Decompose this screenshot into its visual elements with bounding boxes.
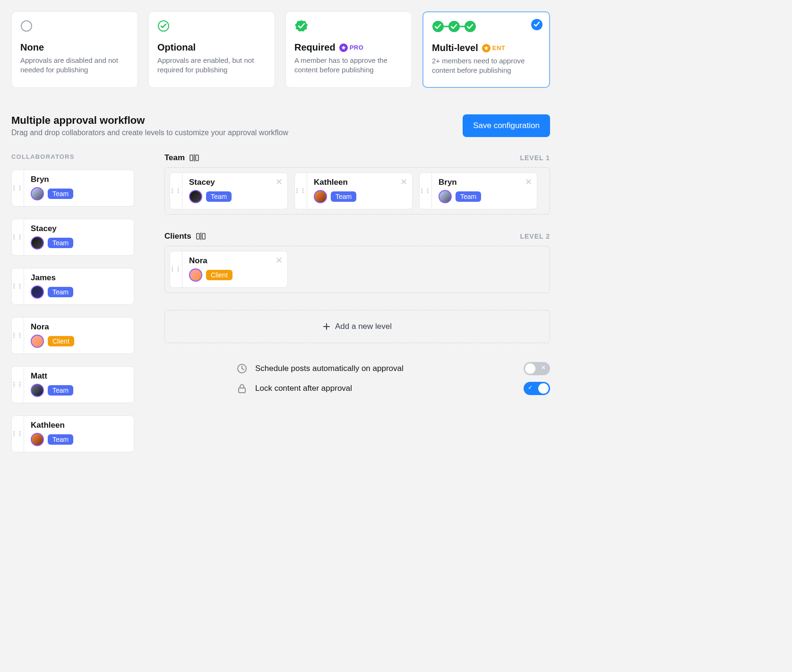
level-name: Clients	[164, 232, 191, 241]
selected-check-icon	[531, 19, 542, 30]
person-name: Kathleen	[31, 421, 127, 430]
rename-icon[interactable]	[189, 154, 199, 162]
svg-rect-11	[202, 233, 205, 239]
workflow-builder: COLLABORATORS • •• •• •BrynTeam• •• •• •…	[11, 153, 550, 452]
remove-icon[interactable]: ✕	[275, 255, 283, 266]
star-icon	[482, 44, 491, 52]
drag-handle-icon[interactable]: • •• •• •	[295, 173, 307, 209]
add-level-label: Add a new level	[335, 322, 392, 331]
save-button[interactable]: Save configuration	[463, 114, 550, 137]
person-card[interactable]: • •• •• •StaceyTeam	[11, 219, 134, 256]
drag-handle-icon[interactable]: • •• •• •	[12, 268, 24, 304]
role-badge: Client	[48, 336, 74, 346]
option-desc: A member has to approve the content befo…	[294, 56, 403, 75]
lock-icon	[235, 382, 249, 395]
drag-handle-icon[interactable]: • •• •• •	[12, 416, 24, 452]
person-card[interactable]: • •• •• •NoraClient	[11, 317, 134, 354]
role-badge: Team	[48, 189, 73, 199]
level-name: Team	[164, 153, 185, 163]
check-circle-outline-icon	[157, 19, 266, 33]
section-header: Multiple approval workflow Drag and drop…	[11, 114, 550, 137]
drag-handle-icon[interactable]: • •• •• •	[420, 173, 432, 209]
svg-rect-6	[190, 155, 193, 161]
collaborators-list: • •• •• •BrynTeam• •• •• •StaceyTeam• ••…	[11, 170, 134, 452]
role-badge: Team	[206, 191, 232, 202]
collaborators-heading: COLLABORATORS	[11, 153, 134, 160]
svg-point-0	[21, 21, 32, 31]
option-desc: 2+ members need to approve content befor…	[432, 56, 541, 76]
drag-handle-icon[interactable]: • •• •• •	[170, 173, 182, 209]
remove-icon[interactable]: ✕	[275, 177, 283, 187]
toggle-auto-schedule[interactable]	[524, 362, 550, 375]
option-card-required[interactable]: Required PRO A member has to approve the…	[285, 11, 412, 88]
role-badge: Team	[48, 238, 73, 248]
role-badge: Team	[331, 191, 356, 202]
person-name: Stacey	[31, 224, 127, 233]
svg-rect-9	[197, 233, 199, 239]
person-card[interactable]: • •• •• •✕StaceyTeam	[170, 172, 288, 209]
tier-label: PRO	[350, 44, 364, 51]
person-card[interactable]: • •• •• •✕BrynTeam	[419, 172, 537, 209]
person-name: Nora	[189, 256, 281, 266]
pro-badge: PRO	[339, 43, 364, 52]
avatar	[31, 187, 44, 200]
person-card[interactable]: • •• •• •JamesTeam	[11, 268, 134, 305]
avatar	[439, 190, 452, 203]
option-title: Optional	[157, 42, 196, 53]
role-badge: Team	[48, 287, 73, 297]
empty-circle-icon	[20, 19, 129, 33]
section-title: Multiple approval workflow	[11, 114, 288, 127]
setting-label: Schedule posts automatically on approval	[255, 364, 517, 373]
toggle-lock-content[interactable]	[524, 382, 550, 395]
person-card[interactable]: • •• •• •BrynTeam	[11, 170, 134, 207]
option-card-optional[interactable]: Optional Approvals are enabled, but not …	[148, 11, 275, 88]
avatar	[189, 190, 202, 203]
avatar	[31, 285, 44, 299]
person-name: Bryn	[439, 178, 530, 187]
drag-handle-icon[interactable]: • •• •• •	[12, 367, 24, 403]
triple-check-icon	[432, 20, 541, 33]
approval-level: ClientsLEVEL 2• •• •• •✕NoraClient	[164, 232, 550, 293]
level-index: LEVEL 2	[520, 233, 550, 240]
avatar	[31, 236, 44, 250]
section-subtitle: Drag and drop collaborators and create l…	[11, 129, 288, 137]
option-title: Multi-level	[432, 43, 478, 53]
level-dropzone[interactable]: • •• •• •✕StaceyTeam• •• •• •✕KathleenTe…	[164, 167, 550, 215]
approval-level: TeamLEVEL 1• •• •• •✕StaceyTeam• •• •• •…	[164, 153, 550, 215]
drag-handle-icon[interactable]: • •• •• •	[12, 170, 24, 206]
add-level-button[interactable]: Add a new level	[164, 310, 550, 343]
drag-handle-icon[interactable]: • •• •• •	[170, 251, 182, 287]
person-name: Nora	[31, 322, 127, 332]
person-card[interactable]: • •• •• •✕KathleenTeam	[294, 172, 413, 209]
remove-icon[interactable]: ✕	[400, 177, 407, 187]
setting-lock-content: Lock content after approval	[235, 382, 550, 395]
plus-icon	[323, 323, 330, 330]
person-name: James	[31, 273, 127, 283]
star-icon	[339, 43, 348, 52]
level-index: LEVEL 1	[520, 154, 550, 162]
approval-settings: Schedule posts automatically on approval…	[164, 362, 550, 395]
collaborators-column: COLLABORATORS • •• •• •BrynTeam• •• •• •…	[11, 153, 134, 452]
option-card-multilevel[interactable]: Multi-level ENT 2+ members need to appro…	[422, 11, 550, 88]
person-name: Matt	[31, 371, 127, 381]
setting-auto-schedule: Schedule posts automatically on approval	[235, 362, 550, 375]
person-card[interactable]: • •• •• •MattTeam	[11, 366, 134, 403]
rename-icon[interactable]	[196, 232, 206, 241]
option-card-none[interactable]: None Approvals are disabled and not need…	[11, 11, 138, 88]
setting-label: Lock content after approval	[255, 384, 517, 393]
remove-icon[interactable]: ✕	[525, 177, 532, 187]
svg-rect-13	[239, 388, 245, 393]
option-desc: Approvals are enabled, but not required …	[157, 56, 266, 75]
role-badge: Client	[206, 270, 232, 280]
tier-label: ENT	[492, 44, 506, 52]
option-desc: Approvals are disabled and not needed fo…	[20, 56, 129, 75]
drag-handle-icon[interactable]: • •• •• •	[12, 219, 24, 255]
person-card[interactable]: • •• •• •✕NoraClient	[170, 251, 288, 288]
level-dropzone[interactable]: • •• •• •✕NoraClient	[164, 246, 550, 293]
clock-icon	[235, 362, 249, 375]
person-card[interactable]: • •• •• •KathleenTeam	[11, 415, 134, 452]
svg-rect-8	[196, 155, 198, 161]
option-title: Required	[294, 42, 336, 53]
check-badge-icon	[294, 19, 403, 33]
drag-handle-icon[interactable]: • •• •• •	[12, 318, 24, 353]
